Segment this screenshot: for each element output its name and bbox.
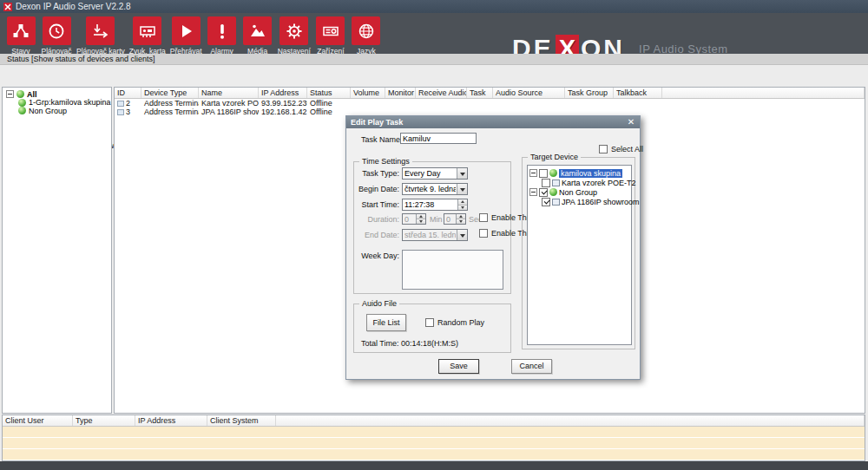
status-network-icon xyxy=(7,16,36,45)
play-icon xyxy=(172,16,201,45)
column-header[interactable]: Receive Audio xyxy=(416,88,467,98)
column-header[interactable]: Monitor xyxy=(385,88,416,98)
toolbar-item-jazyk[interactable]: Jazyk xyxy=(351,16,382,55)
target-device-group: Target Device kamilova skupina Karta vzo… xyxy=(522,157,635,349)
toolbar-item-alarmy[interactable]: Alarmy xyxy=(207,16,238,55)
chevron-down-icon[interactable] xyxy=(457,230,467,240)
titlebar: Dexon IP Audio Server V2.2.8 xyxy=(0,0,868,13)
toolbar-item-planovac[interactable]: Plánovač xyxy=(41,16,72,55)
group-icon xyxy=(18,107,26,114)
device-table-header: ID Device Type Name IP Address Status Vo… xyxy=(115,88,865,99)
toolbar-item-media[interactable]: Média xyxy=(242,16,273,55)
min-label: Min xyxy=(430,215,443,224)
toolbar-item-zvuk-karta[interactable]: Zvuk. karta xyxy=(129,16,166,55)
tree-node-group[interactable]: Non Group xyxy=(3,107,111,115)
task-name-field[interactable] xyxy=(400,133,477,144)
alarm-icon xyxy=(207,16,236,45)
start-time-spinner[interactable]: 11:27:38 xyxy=(402,199,468,211)
random-play-checkbox[interactable]: Random Play xyxy=(425,318,484,327)
group-icon xyxy=(18,99,26,107)
checkbox-icon[interactable] xyxy=(599,145,608,153)
checkbox-icon[interactable] xyxy=(425,318,434,327)
chevron-down-icon[interactable] xyxy=(457,168,467,179)
tree-node-all[interactable]: All xyxy=(3,90,111,99)
toolbar: Stavy Plánovač Plánovač karty Zvuk. kart… xyxy=(0,13,868,54)
collapse-icon[interactable] xyxy=(529,169,537,177)
close-icon[interactable]: ✕ xyxy=(625,116,637,128)
device-icon xyxy=(552,180,560,186)
checkbox-icon[interactable] xyxy=(542,179,550,187)
toolbar-item-nastaveni[interactable]: Nastavení xyxy=(278,16,311,55)
end-date-select[interactable]: středa 15. ledna 20 xyxy=(402,229,468,241)
spinner-arrows-icon[interactable] xyxy=(416,214,425,224)
task-type-select[interactable]: Every Day xyxy=(402,167,468,180)
time-settings-legend: Time Settings xyxy=(359,157,412,166)
end-date-value: středa 15. ledna 20 xyxy=(404,231,456,239)
cancel-button[interactable]: Cancel xyxy=(511,359,552,374)
duration-sec-spinner[interactable]: 0 xyxy=(444,213,466,225)
save-button[interactable]: Save xyxy=(438,359,479,374)
tree-node-device[interactable]: JPA 1186IP showroom xyxy=(529,197,629,206)
device-icon xyxy=(552,199,560,206)
toolbar-item-planovac-karty[interactable]: Plánovač karty xyxy=(76,16,125,55)
bottom-bar xyxy=(0,461,868,470)
app-window: Dexon IP Audio Server V2.2.8 Stavy Pláno… xyxy=(0,0,868,470)
target-device-tree[interactable]: kamilova skupina Karta vzorek POE-T2 Non… xyxy=(527,165,632,345)
collapse-icon[interactable] xyxy=(6,90,14,98)
client-row-empty xyxy=(3,438,865,449)
column-header[interactable]: Status xyxy=(307,88,351,98)
tree-node-group[interactable]: kamilova skupina xyxy=(529,168,629,178)
column-header[interactable]: Client User xyxy=(3,415,73,426)
column-header[interactable]: Volume xyxy=(351,88,385,98)
tree-node-group[interactable]: 1-Grp:kamilova skupina xyxy=(3,99,111,108)
column-header[interactable]: Type xyxy=(73,415,135,426)
column-header[interactable]: ID xyxy=(115,88,141,98)
column-header[interactable]: Audio Source xyxy=(493,88,565,98)
checkbox-icon[interactable] xyxy=(539,169,548,178)
collapse-icon[interactable] xyxy=(529,188,537,196)
tree-node-device[interactable]: Karta vzorek POE-T2 xyxy=(529,178,629,187)
task-name-label: Task Name: xyxy=(361,135,403,144)
audio-file-legend: Auido File xyxy=(359,299,399,308)
column-header[interactable]: Device Type xyxy=(141,88,199,98)
tree-node-label: kamilova skupina xyxy=(559,169,622,178)
window-title: Dexon IP Audio Server V2.2.8 xyxy=(16,2,131,11)
spinner-arrows-icon[interactable] xyxy=(457,199,467,210)
column-header[interactable]: Client System xyxy=(207,415,276,426)
column-header[interactable]: Name xyxy=(199,88,259,98)
client-table: Client User Type IP Address Client Syste… xyxy=(2,415,865,461)
toolbar-item-stavy[interactable]: Stavy xyxy=(5,16,36,55)
checkbox-checked-icon[interactable] xyxy=(539,188,548,197)
spinner-arrows-icon[interactable] xyxy=(456,214,465,224)
chevron-down-icon[interactable] xyxy=(457,184,467,194)
tree-node-group[interactable]: Non Group xyxy=(529,187,629,197)
dialog-titlebar[interactable]: Edit Play Task ✕ xyxy=(346,116,640,128)
column-header[interactable]: IP Address xyxy=(135,415,207,426)
column-header[interactable]: Task Group xyxy=(565,88,614,98)
group-tree-panel: All 1-Grp:kamilova skupina Non Group xyxy=(2,87,112,414)
begin-date-select[interactable]: čtvrtek 9. ledna 20 xyxy=(402,183,468,195)
column-header[interactable]: Task xyxy=(467,88,493,98)
week-day-listbox[interactable] xyxy=(402,250,503,290)
edit-play-task-dialog: Edit Play Task ✕ Task Name: Select All T… xyxy=(345,115,641,380)
file-list-button[interactable]: File List xyxy=(366,314,406,331)
random-play-label: Random Play xyxy=(437,318,484,327)
toolbar-item-prehravat[interactable]: Přehrávat xyxy=(170,16,202,55)
checkbox-icon[interactable] xyxy=(479,213,488,222)
device-row-icon xyxy=(117,101,124,107)
column-header-filler xyxy=(662,88,865,98)
week-day-label: Week Day: xyxy=(354,251,399,260)
begin-date-label: Begin Date: xyxy=(354,185,399,193)
toolbar-item-zarizeni[interactable]: Zařízení xyxy=(315,16,346,55)
checkbox-checked-icon[interactable] xyxy=(542,198,550,206)
table-row[interactable]: 2 Address Terminal Karta vzorek POE-T2 9… xyxy=(115,99,865,108)
column-header[interactable]: Talkback xyxy=(614,88,662,98)
client-row-empty xyxy=(3,449,865,460)
select-all-checkbox[interactable]: Select All xyxy=(599,145,643,153)
checkbox-icon[interactable] xyxy=(479,229,488,238)
select-all-label: Select All xyxy=(611,145,643,153)
duration-min-spinner[interactable]: 0 xyxy=(402,213,426,225)
device-row-icon xyxy=(117,109,124,115)
tree-node-label: Karta vzorek POE-T2 xyxy=(562,179,636,187)
column-header[interactable]: IP Address xyxy=(259,88,307,98)
